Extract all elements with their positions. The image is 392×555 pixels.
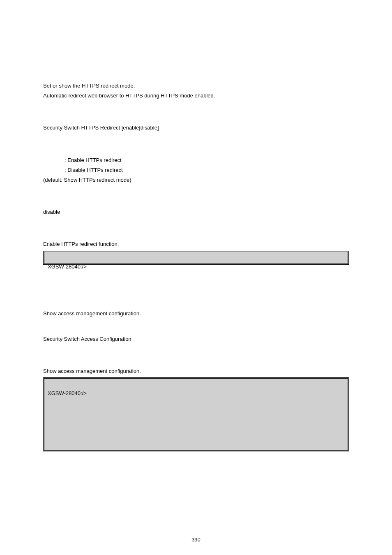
gap — [43, 349, 349, 368]
gap-large — [43, 265, 349, 310]
s1-example-intro: Enable HTTPs redirect function. — [43, 240, 349, 248]
page-number: 390 — [0, 536, 392, 543]
terminal-line: XGSW-28040:/> — [48, 388, 344, 399]
s1-default-setting: disable — [43, 208, 349, 216]
s1-example-terminal: XGSW-28040:/> — [43, 251, 349, 265]
s1-param-default: (default: Show HTTPs redirect mode) — [43, 176, 349, 184]
s2-example-intro: Show access management configuration. — [43, 368, 349, 375]
top-whitespace — [43, 25, 349, 82]
s2-syntax: Security Switch Access Configuration — [43, 335, 349, 343]
gap — [43, 138, 349, 157]
gap — [43, 323, 349, 335]
s1-syntax: Security Switch HTTPS Redirect [enable|d… — [43, 124, 349, 132]
gap — [43, 222, 349, 240]
s2-desc: Show access management configuration. — [43, 310, 349, 317]
s2-example-terminal: XGSW-28040:/> — [43, 377, 349, 451]
s1-param-enable: : Enable HTTPs redirect — [43, 157, 349, 164]
page-container: Set or show the HTTPS redirect mode. Aut… — [0, 0, 392, 555]
s1-param-disable: : Disable HTTPs redirect — [43, 166, 349, 174]
s1-desc-2: Automatic redirect web browser to HTTPS … — [43, 92, 349, 99]
gap — [43, 105, 349, 124]
gap — [43, 190, 349, 208]
s1-desc-1: Set or show the HTTPS redirect mode. — [43, 82, 349, 90]
